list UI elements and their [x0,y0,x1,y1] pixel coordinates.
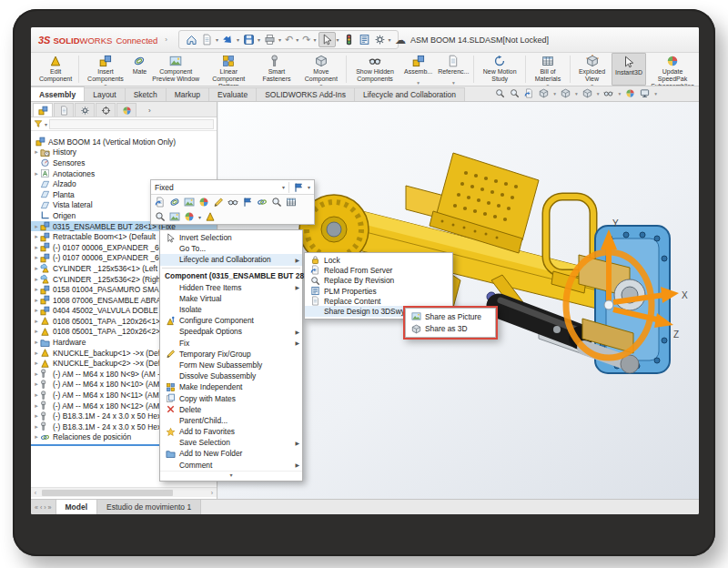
caret-down-icon[interactable]: ▾ [278,36,281,43]
tree-item[interactable]: ▸Sensores [31,157,217,168]
open-button[interactable] [220,33,236,46]
dimxpertmanager-tab[interactable] [96,103,116,117]
menu-item-make-virtual[interactable]: Make Virtual [160,293,302,304]
expand-arrow-icon[interactable]: ▸ [33,380,40,388]
menu-item-lock[interactable]: Lock [305,255,452,265]
tree-item[interactable]: ▸Anotaciones [31,168,217,179]
tree-filter-input[interactable] [49,119,214,129]
rebuild-button[interactable] [341,33,357,46]
expand-arrow-icon[interactable]: ▸ [33,223,40,230]
mate-button[interactable]: Mate [130,53,150,86]
caret-down-icon[interactable]: ▾ [389,36,391,43]
expand-arrow-icon[interactable]: ▸ [33,254,40,261]
print-button[interactable] [262,33,278,46]
menu-item-form-new-subassembly[interactable]: Form New Subassembly [160,360,302,370]
panel-horizontal-scrollbar[interactable]: ‹ › [31,487,217,497]
expand-arrow-icon[interactable]: ▸ [33,318,40,325]
hide-component-icon[interactable] [228,197,238,208]
menu-item-replace-content[interactable]: Replace Content [305,296,452,306]
select-button[interactable] [318,32,336,47]
filter-funnel-icon[interactable] [34,119,43,128]
expand-arrow-icon[interactable]: ▸ [33,170,40,178]
menu-item-reload-from-server[interactable]: Reload From Server [305,265,452,275]
menu-item-speedpak-options[interactable]: Speedpak Options▶ [160,326,302,337]
caret-down-icon[interactable]: ▾ [296,36,298,43]
mates-icon[interactable] [257,197,268,208]
display-style-icon[interactable] [582,88,592,98]
caret-down-icon[interactable]: ▾ [216,36,218,43]
material-ball-icon[interactable] [184,211,195,222]
tab-layout[interactable]: Layout [85,87,126,101]
expand-arrow-icon[interactable]: ▸ [33,265,40,272]
expand-arrow-icon[interactable]: ▸ [33,307,40,314]
expand-arrow-icon[interactable]: ▸ [33,286,40,293]
expand-arrow-icon[interactable]: ▸ [33,433,40,441]
expand-arrow-icon[interactable]: ▸ [33,370,40,378]
isolate-icon[interactable] [155,211,166,222]
exploded-view-button[interactable]: Exploded View▾ [572,53,612,86]
update-speedpak-button[interactable]: Update SpeedPak Subassemblies [646,53,699,86]
zoom-to-fit-icon[interactable] [495,88,505,98]
tab-model[interactable]: Model [56,500,98,514]
edit-appearance-icon[interactable] [625,88,635,98]
scroll-right-icon[interactable]: › [207,490,217,496]
expand-arrow-icon[interactable]: ▸ [33,412,40,420]
caret-down-icon[interactable]: ▾ [308,184,310,190]
tree-item[interactable]: ▸History [31,147,217,158]
preview-icon[interactable] [169,211,180,222]
caret-down-icon[interactable]: ▾ [258,36,260,43]
section-view-icon[interactable] [539,88,549,98]
tab-sketch[interactable]: Sketch [126,87,167,101]
undo-button[interactable]: ↶ [283,33,295,46]
tab-lifecycle-collaboration[interactable]: Lifecycle and Collaboration [355,87,465,101]
expand-arrow-icon[interactable]: ▸ [33,350,40,357]
first-sheet-icon[interactable]: « [35,504,38,511]
menu-item-lifecycle-collaboration[interactable]: Lifecycle and Collaboration▶ [160,254,302,265]
expand-arrow-icon[interactable]: ▸ [33,328,40,335]
bill-of-materials-button[interactable]: Bill of Materials▾ [528,53,568,86]
configure-part-icon[interactable] [205,211,216,222]
caret-down-icon[interactable]: ▾ [654,91,657,96]
propertymanager-tab[interactable] [54,103,74,117]
menu-item-save-selection[interactable]: Save Selection▶ [160,437,302,448]
expand-arrow-icon[interactable]: ▸ [33,402,40,410]
displaymanager-tab[interactable] [116,103,136,117]
scrollbar-thumb[interactable] [42,490,173,496]
tab-solidworks-addins[interactable]: SOLIDWORKS Add-Ins [257,87,355,101]
menu-scroll-down-icon[interactable]: ▾ [160,471,302,479]
expand-arrow-icon[interactable]: ▸ [33,244,40,251]
scrollbar-track[interactable] [40,489,207,497]
panel-overflow-icon[interactable]: › [148,106,151,117]
last-sheet-icon[interactable]: » [48,504,52,511]
expand-arrow-icon[interactable]: ▸ [33,148,40,156]
zoom-icon[interactable] [271,197,282,208]
menu-item-comment[interactable]: Comment▶ [160,460,302,471]
menu-item-add-to-favorites[interactable]: Add to Favorites [160,426,302,437]
move-component-button[interactable]: Move Component▾ [298,53,344,86]
assembly-features-button[interactable]: Assemb...▾ [401,53,435,86]
caret-down-icon[interactable]: ▾ [198,214,201,220]
zoom-to-area-icon[interactable] [510,88,520,98]
menu-item-share-as-3d[interactable]: Share as 3D [406,323,495,336]
show-hidden-button[interactable]: Show Hidden Components [349,53,401,86]
expand-arrow-icon[interactable]: ▸ [33,423,40,431]
mate-icon[interactable] [169,197,180,208]
caret-down-icon[interactable]: ▾ [337,36,339,43]
menu-item-replace-by-revision[interactable]: Replace By Revision [305,276,452,286]
home-button[interactable] [184,33,199,46]
expand-arrow-icon[interactable]: ▸ [33,360,40,367]
edit-component-button[interactable]: Edit Component [35,53,76,86]
featuremanager-tab[interactable] [33,103,53,117]
expand-arrow-icon[interactable]: ▸ [33,391,40,399]
tree-item[interactable]: ASM BOOM 14 (Vertical Motion Only) [31,137,217,147]
options-button[interactable] [372,33,388,46]
instant3d-button[interactable]: Instant3D [612,53,646,86]
display-ball-icon[interactable] [198,197,209,208]
expand-arrow-icon[interactable]: ▸ [33,339,40,346]
menu-item-add-to-new-folder[interactable]: Add to New Folder [160,448,302,459]
menu-item-invert-selection[interactable]: Invert Selection [160,232,302,243]
file-properties-button[interactable] [357,33,372,46]
fix-pin-icon[interactable] [242,197,253,208]
menu-item-temporary-fix-group[interactable]: Temporary Fix/Group [160,349,302,360]
expand-arrow-icon[interactable]: ▸ [33,297,40,304]
